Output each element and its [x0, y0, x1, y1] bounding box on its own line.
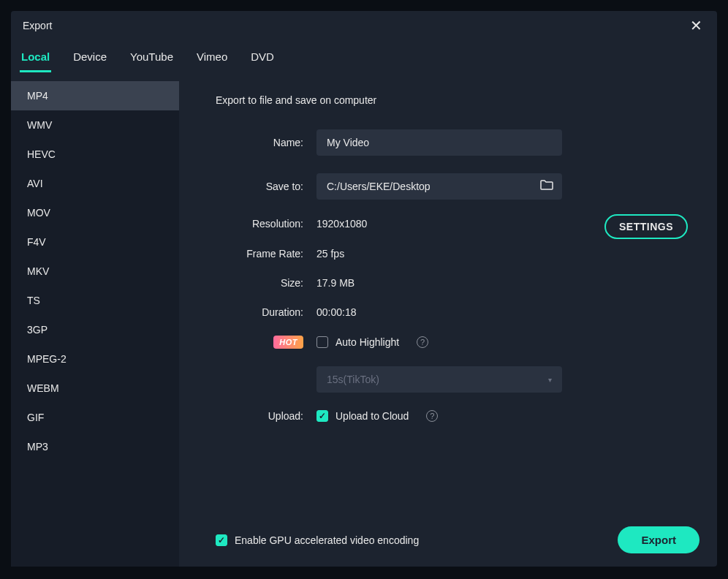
window-title: Export [23, 20, 52, 31]
highlight-preset-dropdown[interactable]: 15s(TikTok) ▾ [316, 366, 562, 393]
tabs: Local Device YouTube Vimeo DVD [11, 46, 717, 72]
format-mkv[interactable]: MKV [11, 257, 179, 286]
format-sidebar: MP4 WMV HEVC AVI MOV F4V MKV TS 3GP MPEG… [11, 81, 179, 567]
row-upload: Upload: ✓ Upload to Cloud ? [216, 410, 688, 422]
format-f4v[interactable]: F4V [11, 227, 179, 257]
format-wmv[interactable]: WMV [11, 110, 179, 140]
label-size: Size: [216, 277, 303, 289]
upload-wrap: ✓ Upload to Cloud ? [316, 410, 438, 422]
tab-local[interactable]: Local [20, 46, 51, 72]
auto-highlight-label: Auto Highlight [335, 336, 399, 348]
format-mp4[interactable]: MP4 [11, 81, 179, 110]
content: MP4 WMV HEVC AVI MOV F4V MKV TS 3GP MPEG… [11, 81, 717, 567]
format-avi[interactable]: AVI [11, 169, 179, 198]
format-ts[interactable]: TS [11, 286, 179, 315]
row-save-to: Save to: [216, 173, 688, 200]
label-duration: Duration: [216, 306, 303, 318]
format-mov[interactable]: MOV [11, 198, 179, 227]
format-hevc[interactable]: HEVC [11, 140, 179, 169]
export-button[interactable]: Export [618, 526, 699, 553]
save-to-input[interactable] [316, 173, 562, 200]
row-highlight-preset: 15s(TikTok) ▾ [216, 366, 688, 393]
close-icon[interactable]: ✕ [687, 15, 705, 36]
value-size: 17.9 MB [316, 277, 354, 289]
value-duration: 00:00:18 [316, 306, 357, 318]
value-frame-rate: 25 fps [316, 248, 344, 260]
chevron-down-icon: ▾ [548, 376, 552, 384]
footer: ✓ Enable GPU accelerated video encoding … [216, 526, 699, 553]
row-auto-highlight: HOT Auto Highlight ? [216, 336, 688, 349]
format-webm[interactable]: WEBM [11, 374, 179, 403]
row-name: Name: [216, 129, 688, 156]
row-size: Size: 17.9 MB [216, 277, 688, 289]
path-input-wrap [316, 173, 562, 200]
format-gif[interactable]: GIF [11, 403, 179, 432]
tab-youtube[interactable]: YouTube [129, 46, 175, 72]
label-name: Name: [216, 137, 303, 148]
titlebar: Export ✕ [11, 11, 717, 40]
help-icon[interactable]: ? [426, 410, 438, 422]
label-resolution: Resolution: [216, 218, 303, 230]
label-save-to: Save to: [216, 181, 303, 192]
upload-cloud-checkbox[interactable]: ✓ [316, 410, 328, 422]
format-mp3[interactable]: MP3 [11, 432, 179, 461]
export-window: Export ✕ Local Device YouTube Vimeo DVD … [11, 11, 717, 567]
format-mpeg2[interactable]: MPEG-2 [11, 344, 179, 374]
hot-badge: HOT [273, 336, 303, 349]
tab-device[interactable]: Device [72, 46, 108, 72]
row-duration: Duration: 00:00:18 [216, 306, 688, 318]
tab-vimeo[interactable]: Vimeo [195, 46, 229, 72]
auto-highlight-wrap: Auto Highlight ? [316, 336, 428, 348]
row-frame-rate: Frame Rate: 25 fps [216, 248, 688, 260]
name-input[interactable] [316, 129, 562, 156]
value-resolution: 1920x1080 [316, 218, 367, 230]
highlight-preset-value: 15s(TikTok) [327, 374, 379, 385]
help-icon[interactable]: ? [417, 336, 428, 348]
format-3gp[interactable]: 3GP [11, 315, 179, 344]
gpu-wrap: ✓ Enable GPU accelerated video encoding [216, 534, 419, 546]
gpu-label: Enable GPU accelerated video encoding [235, 534, 419, 546]
gpu-checkbox[interactable]: ✓ [216, 534, 227, 546]
checkmark-icon: ✓ [319, 412, 326, 420]
row-resolution: Resolution: 1920x1080 SETTINGS [216, 217, 688, 230]
checkmark-icon: ✓ [218, 536, 225, 545]
auto-highlight-checkbox[interactable] [316, 336, 328, 348]
section-title: Export to file and save on computer [216, 94, 688, 106]
folder-icon[interactable] [540, 179, 553, 194]
upload-cloud-label: Upload to Cloud [335, 410, 409, 422]
settings-button[interactable]: SETTINGS [604, 214, 688, 239]
label-frame-rate: Frame Rate: [216, 248, 303, 260]
tab-dvd[interactable]: DVD [249, 46, 276, 72]
label-upload: Upload: [216, 410, 303, 422]
main-panel: Export to file and save on computer Name… [179, 81, 717, 567]
